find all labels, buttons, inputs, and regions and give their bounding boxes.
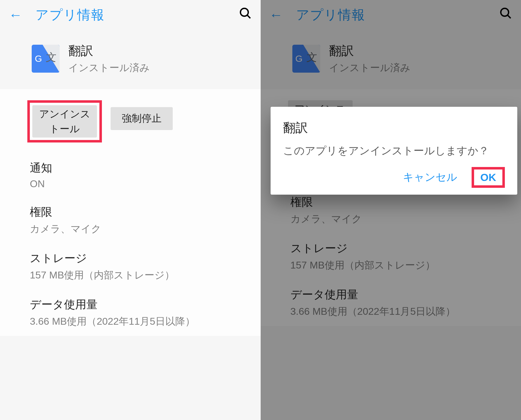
app-summary: G 文 翻訳 インストール済み [0,30,261,89]
svg-point-0 [240,8,248,16]
permissions-label: 権限 [30,205,251,220]
svg-line-1 [247,15,250,18]
page-title: アプリ情報 [35,6,226,24]
storage-row[interactable]: ストレージ 157 MB使用（内部ストレージ） [10,243,251,290]
uninstall-highlight: アンインストール [27,100,102,142]
ok-highlight: OK [472,167,505,188]
uninstall-button[interactable]: アンインストール [32,105,97,138]
translate-app-icon: G 文 [32,45,60,73]
dialog-title: 翻訳 [283,119,505,136]
data-usage-value: 3.66 MB使用（2022年11月5日以降） [30,315,251,328]
dialog-message: このアプリをアンインストールしますか？ [283,142,505,159]
search-icon[interactable] [239,7,252,23]
uninstall-dialog: 翻訳 このアプリをアンインストールしますか？ キャンセル OK [271,107,518,195]
permissions-row[interactable]: 権限 カメラ、マイク [10,197,251,243]
modal-scrim[interactable] [261,0,521,420]
app-info-header: ← アプリ情報 [0,0,261,30]
data-usage-label: データ使用量 [30,297,251,312]
force-stop-button[interactable]: 強制停止 [111,107,173,130]
left-screenshot: ← アプリ情報 G 文 翻訳 インストール済み アンインストール 強制停止 通知… [0,0,261,420]
notifications-row[interactable]: 通知 ON [10,153,251,197]
storage-value: 157 MB使用（内部ストレージ） [30,269,251,282]
notifications-value: ON [30,178,251,190]
ok-button[interactable]: OK [475,169,501,185]
storage-label: ストレージ [30,251,251,266]
data-usage-row[interactable]: データ使用量 3.66 MB使用（2022年11月5日以降） [10,290,251,336]
right-screenshot: ← アプリ情報 G 文 翻訳 インストール済み アンインストール 強制停止 通知… [261,0,521,420]
permissions-value: カメラ、マイク [30,222,251,236]
back-arrow-icon[interactable]: ← [9,8,22,22]
cancel-button[interactable]: キャンセル [401,167,459,187]
app-name: 翻訳 [68,42,150,59]
notifications-label: 通知 [30,160,251,176]
app-install-status: インストール済み [68,61,150,75]
